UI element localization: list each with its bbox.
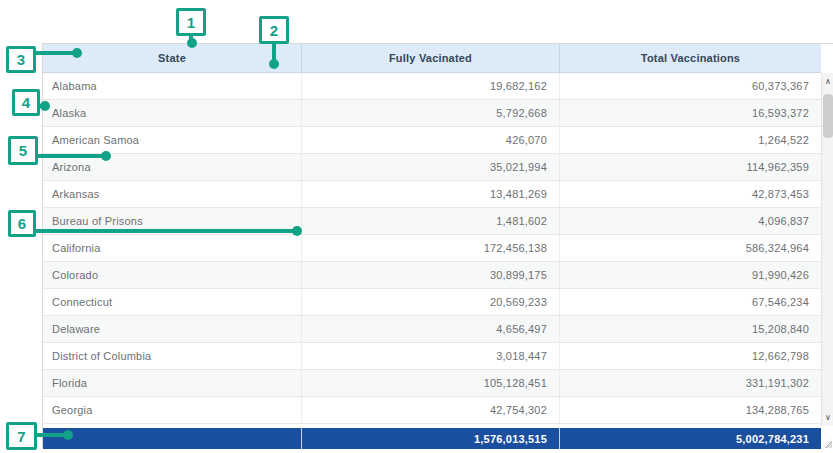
table-row[interactable]: Colorado 30,899,175 91,990,426: [43, 262, 821, 289]
column-header-fully-vaccinated[interactable]: Fully Vacinated: [302, 44, 560, 72]
cell-total-vaccinations: 331,191,302: [560, 370, 821, 396]
callout-4-dot: [40, 101, 50, 111]
table-row[interactable]: California 172,456,138 586,324,964: [43, 235, 821, 262]
cell-fully-vaccinated: 4,656,497: [302, 316, 560, 342]
callout-7-label: 7: [17, 429, 25, 444]
cell-total-vaccinations: 67,546,234: [560, 289, 821, 315]
callout-5-dot: [101, 151, 111, 161]
callout-6-stem: [35, 229, 297, 233]
column-header-state[interactable]: State: [43, 44, 302, 72]
cell-state: American Samoa: [43, 127, 302, 153]
cell-total-vaccinations: 1,264,522: [560, 127, 821, 153]
table-row[interactable]: Delaware 4,656,497 15,208,840: [43, 316, 821, 343]
callout-5-stem: [37, 154, 107, 158]
callout-2: 2: [259, 16, 289, 44]
scrollbar-thumb[interactable]: [823, 94, 833, 138]
table-row[interactable]: American Samoa 426,070 1,264,522: [43, 127, 821, 154]
cell-fully-vaccinated: 105,128,451: [302, 370, 560, 396]
table-row[interactable]: Alabama 19,682,162 60,373,367: [43, 73, 821, 100]
cell-state: Alabama: [43, 73, 302, 99]
table-row[interactable]: Florida 105,128,451 331,191,302: [43, 370, 821, 397]
cell-fully-vaccinated: 1,481,602: [302, 208, 560, 234]
cell-fully-vaccinated: 172,456,138: [302, 235, 560, 261]
callout-6-label: 6: [18, 216, 26, 231]
callout-1-label: 1: [187, 15, 195, 30]
cell-fully-vaccinated: 19,682,162: [302, 73, 560, 99]
cell-state: Arkansas: [43, 181, 302, 207]
cell-total-vaccinations: 15,208,840: [560, 316, 821, 342]
cell-total-vaccinations: 60,373,367: [560, 73, 821, 99]
cell-fully-vaccinated: 42,754,302: [302, 397, 560, 423]
cell-total-vaccinations: 91,990,426: [560, 262, 821, 288]
callout-6: 6: [8, 210, 36, 237]
vertical-scrollbar[interactable]: ∧ ∨: [821, 73, 833, 426]
summary-fully-vaccinated: 1,576,013,515: [302, 428, 560, 449]
cell-fully-vaccinated: 426,070: [302, 127, 560, 153]
summary-state-cell: [43, 428, 302, 449]
cell-total-vaccinations: 114,962,359: [560, 154, 821, 180]
table-row[interactable]: District of Columbia 3,018,447 12,662,79…: [43, 343, 821, 370]
dashboard-canvas: State Fully Vacinated Total Vaccinations…: [0, 0, 833, 453]
table-row[interactable]: Arizona 35,021,994 114,962,359: [43, 154, 821, 181]
cell-total-vaccinations: 134,288,765: [560, 397, 821, 423]
callout-5: 5: [8, 136, 38, 165]
cell-fully-vaccinated: 20,569,233: [302, 289, 560, 315]
cell-state: California: [43, 235, 302, 261]
cell-total-vaccinations: 4,096,837: [560, 208, 821, 234]
cell-total-vaccinations: 586,324,964: [560, 235, 821, 261]
callout-4-label: 4: [22, 95, 30, 110]
table-summary-row: 1,576,013,515 5,002,784,231: [43, 428, 821, 449]
cell-fully-vaccinated: 13,481,269: [302, 181, 560, 207]
callout-3: 3: [6, 46, 36, 73]
table-body: Alabama 19,682,162 60,373,367 Alaska 5,7…: [43, 73, 821, 426]
cell-state: Colorado: [43, 262, 302, 288]
summary-total-vaccinations: 5,002,784,231: [560, 428, 821, 449]
callout-4: 4: [12, 89, 40, 116]
cell-total-vaccinations: 12,662,798: [560, 343, 821, 369]
cell-total-vaccinations: 16,593,372: [560, 100, 821, 126]
callout-7-dot: [63, 430, 73, 440]
callout-3-dot: [72, 48, 82, 58]
cell-fully-vaccinated: 35,021,994: [302, 154, 560, 180]
cell-state: Connecticut: [43, 289, 302, 315]
table-header: State Fully Vacinated Total Vaccinations: [43, 44, 821, 73]
resize-grip-icon[interactable]: [823, 439, 832, 448]
table-row[interactable]: Alaska 5,792,668 16,593,372: [43, 100, 821, 127]
callout-2-label: 2: [270, 23, 278, 38]
cell-fully-vaccinated: 3,018,447: [302, 343, 560, 369]
callout-2-dot: [269, 59, 279, 69]
cell-state: Alaska: [43, 100, 302, 126]
cell-fully-vaccinated: 30,899,175: [302, 262, 560, 288]
cell-state: District of Columbia: [43, 343, 302, 369]
cell-state: Delaware: [43, 316, 302, 342]
table-row[interactable]: Connecticut 20,569,233 67,546,234: [43, 289, 821, 316]
cell-state: Georgia: [43, 397, 302, 423]
callout-7: 7: [6, 422, 37, 450]
callout-1-dot: [187, 38, 197, 48]
scroll-up-icon[interactable]: ∧: [822, 74, 833, 89]
vaccination-table: State Fully Vacinated Total Vaccinations…: [42, 43, 833, 448]
table-row[interactable]: Arkansas 13,481,269 42,873,453: [43, 181, 821, 208]
callout-5-label: 5: [19, 143, 27, 158]
cell-state: Florida: [43, 370, 302, 396]
table-row[interactable]: Georgia 42,754,302 134,288,765: [43, 397, 821, 424]
callout-6-dot: [292, 226, 302, 236]
cell-total-vaccinations: 42,873,453: [560, 181, 821, 207]
callout-3-label: 3: [17, 52, 25, 67]
callout-1: 1: [176, 8, 206, 36]
cell-fully-vaccinated: 5,792,668: [302, 100, 560, 126]
column-header-total-vaccinations[interactable]: Total Vaccinations: [560, 44, 821, 72]
scroll-down-icon[interactable]: ∨: [822, 410, 833, 425]
